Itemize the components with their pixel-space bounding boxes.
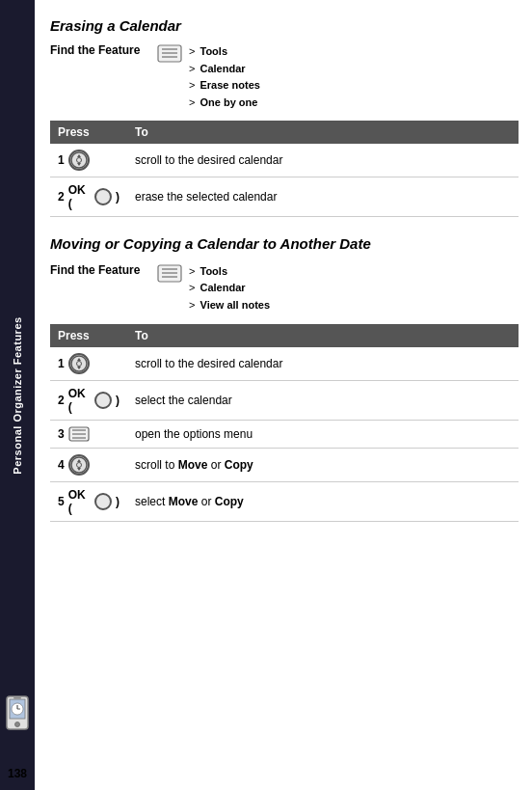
s2-step3-description: open the options menu — [127, 420, 519, 448]
s2-step1-cell: 1 — [50, 347, 127, 381]
table-row: 3 open the options menu — [50, 420, 519, 448]
s2-menu-item-view-notes: > View all notes — [189, 297, 270, 314]
step2-ok-label: OK ( — [68, 183, 91, 210]
s2-step4-scroll-icon — [68, 454, 90, 476]
step2-cell: 2 OK ( ) — [50, 177, 127, 217]
section1-title: Erasing a Calendar — [50, 17, 519, 34]
table-row: 1 scroll to the desired ca — [50, 347, 519, 381]
s2-step2-number: 2 — [58, 394, 65, 407]
s2-step2-ok-label: OK ( — [68, 387, 91, 414]
menu-item-tools: > Tools — [189, 43, 260, 61]
s2-step1-number: 1 — [58, 357, 65, 370]
section2-device-menu-icon — [157, 264, 182, 284]
s2-step1-scroll-icon — [68, 353, 90, 374]
step1-scroll-icon — [68, 150, 90, 171]
svg-point-2 — [15, 722, 20, 727]
s2-step2-circle-btn — [94, 392, 112, 409]
table-row: 5 OK ( ) select Move or Copy — [50, 481, 519, 521]
s2-step2-ok-end: ) — [116, 394, 120, 407]
s2-step2-description: select the calendar — [127, 380, 519, 420]
table2-header-to: To — [127, 324, 519, 347]
section2: Moving or Copying a Calendar to Another … — [50, 234, 519, 521]
table-row: 1 scroll to the desired ca — [50, 144, 519, 177]
section2-title: Moving or Copying a Calendar to Another … — [50, 234, 519, 254]
section2-find-feature: Find the Feature > Tools > Calendar > Vi… — [50, 263, 519, 314]
section2-find-feature-label: Find the Feature — [50, 263, 156, 277]
table1-header-press: Press — [50, 121, 127, 144]
table-row: 4 scroll to Move or Copy — [50, 448, 519, 481]
table2-header-press: Press — [50, 324, 127, 347]
s2-step1-description: scroll to the desired calendar — [127, 347, 519, 381]
device-icon — [4, 695, 31, 732]
step2-circle-btn — [94, 188, 112, 205]
svg-point-30 — [76, 462, 81, 467]
s2-step5-description: select Move or Copy — [127, 481, 519, 521]
menu-item-calendar: > Calendar — [189, 61, 260, 78]
section1: Erasing a Calendar Find the Feature > To… — [50, 17, 519, 217]
section1-device-menu-icon — [157, 44, 182, 64]
s2-step3-cell: 3 — [50, 420, 127, 448]
step1-description: scroll to the desired calendar — [127, 144, 519, 177]
section1-find-feature: Find the Feature > Tools > Calendar > Er… — [50, 43, 519, 111]
device-icon-area — [0, 695, 35, 732]
main-content: Erasing a Calendar Find the Feature > To… — [35, 0, 532, 790]
s2-step5-cell: 5 OK ( ) — [50, 481, 127, 521]
s2-step3-menu-icon — [68, 426, 90, 442]
menu-item-one-by-one: > One by one — [189, 95, 260, 112]
svg-point-14 — [76, 158, 81, 163]
svg-point-22 — [76, 361, 81, 366]
section1-find-feature-label: Find the Feature — [50, 43, 156, 57]
section1-menu-list: > Tools > Calendar > Erase notes > One b… — [189, 43, 260, 111]
section2-table: Press To 1 — [50, 324, 519, 522]
section1-table: Press To 1 — [50, 121, 519, 217]
s2-step2-cell: 2 OK ( ) — [50, 380, 127, 420]
s2-step4-description: scroll to Move or Copy — [127, 448, 519, 481]
s2-step4-number: 4 — [58, 458, 65, 472]
s2-step5-ok-label: OK ( — [68, 488, 91, 515]
s2-step5-circle-btn — [94, 493, 112, 510]
section1-menu-icon — [156, 43, 183, 65]
table-row: 2 OK ( ) select the calendar — [50, 380, 519, 420]
section2-menu-icon — [156, 263, 183, 285]
menu-item-erase-notes: > Erase notes — [189, 77, 260, 95]
step2-number: 2 — [58, 190, 65, 204]
sidebar-label: Personal Organizer Features — [12, 316, 23, 474]
step1-cell: 1 — [50, 144, 127, 177]
sidebar: Personal Organizer Features — [0, 0, 35, 790]
table-row: 2 OK ( ) erase the selected calendar — [50, 177, 519, 217]
step1-number: 1 — [58, 153, 65, 167]
step2-ok-end: ) — [116, 190, 120, 204]
s2-step3-number: 3 — [58, 427, 65, 441]
s2-step5-ok-end: ) — [116, 495, 120, 508]
s2-menu-item-tools: > Tools — [189, 263, 270, 281]
s2-menu-item-calendar: > Calendar — [189, 280, 270, 297]
section2-menu-list: > Tools > Calendar > View all notes — [189, 263, 270, 314]
page-number: 138 — [8, 767, 27, 780]
s2-step5-number: 5 — [58, 495, 65, 508]
step2-description: erase the selected calendar — [127, 177, 519, 217]
table1-header-to: To — [127, 121, 519, 144]
svg-rect-3 — [13, 697, 21, 699]
s2-step4-cell: 4 — [50, 448, 127, 481]
